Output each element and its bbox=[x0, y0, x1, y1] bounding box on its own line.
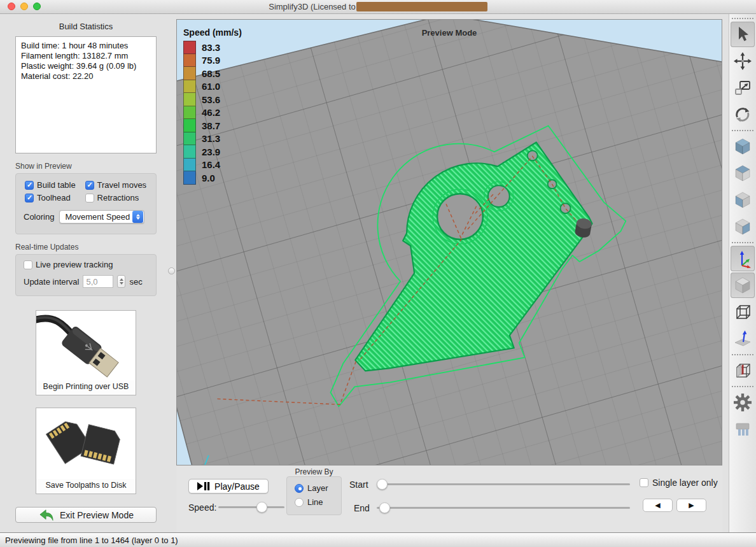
end-slider[interactable] bbox=[377, 502, 630, 513]
select-tool-button[interactable] bbox=[731, 22, 755, 47]
preview-by-layer-radio[interactable]: Layer bbox=[295, 483, 341, 493]
exit-preview-mode-button[interactable]: Exit Preview Mode bbox=[15, 507, 157, 523]
checkbox-icon bbox=[25, 181, 34, 190]
update-interval-label: Update interval bbox=[24, 277, 79, 287]
front-view-cube-icon bbox=[733, 190, 752, 210]
splitter-handle-icon[interactable] bbox=[168, 267, 175, 274]
close-window-button[interactable] bbox=[8, 3, 15, 10]
live-preview-tracking-checkbox[interactable]: Live preview tracking bbox=[24, 260, 148, 269]
right-toolbar bbox=[722, 14, 756, 532]
build-stat-line: Build time: 1 hour 48 minutes bbox=[21, 41, 151, 51]
update-interval-stepper[interactable] bbox=[117, 275, 125, 288]
window-controls bbox=[8, 3, 41, 10]
window-title: Simplify3D (Licensed to bbox=[269, 2, 487, 11]
legend-swatch bbox=[183, 80, 196, 94]
solid-view-button[interactable] bbox=[731, 273, 755, 298]
build-stat-line: Filament length: 13182.7 mm bbox=[21, 51, 151, 61]
orient-normal-button[interactable] bbox=[731, 326, 755, 352]
usb-cable-image bbox=[36, 311, 136, 380]
side-view-cube-icon bbox=[733, 217, 752, 236]
show-in-preview-label: Show in Preview bbox=[15, 162, 157, 171]
legend-value: 83.3 bbox=[202, 42, 220, 53]
begin-printing-usb-button[interactable]: Begin Printing over USB bbox=[36, 310, 136, 395]
toolbar-divider bbox=[732, 242, 753, 243]
save-toolpaths-button[interactable]: Save Toolpaths to Disk bbox=[36, 408, 136, 494]
legend-entry: 61.0 bbox=[183, 80, 242, 94]
surface-normal-icon bbox=[733, 329, 752, 348]
legend-entry: 16.4 bbox=[183, 159, 242, 172]
next-layer-button[interactable]: ▶ bbox=[676, 499, 706, 512]
show-in-preview-group: Build tableTravel movesToolheadRetractio… bbox=[15, 173, 157, 234]
axes-toggle-button[interactable] bbox=[731, 246, 755, 271]
checkbox-retractions[interactable]: Retractions bbox=[85, 193, 148, 202]
cross-section-button[interactable] bbox=[731, 358, 755, 383]
legend-entry: 83.3 bbox=[183, 41, 242, 54]
move-tool-button[interactable] bbox=[731, 48, 755, 74]
cross-section-cube-icon bbox=[733, 361, 752, 380]
view-iso-button[interactable] bbox=[731, 134, 755, 159]
minimize-window-button[interactable] bbox=[20, 3, 28, 10]
end-slider-track[interactable] bbox=[377, 507, 630, 509]
checkbox-icon bbox=[85, 194, 94, 202]
legend-swatch bbox=[183, 171, 196, 185]
preview-viewport[interactable]: Preview Mode Speed (mm/s) 83.375.968.561… bbox=[176, 19, 722, 465]
model-hole-large bbox=[437, 194, 483, 239]
prev-arrow-icon: ◀ bbox=[655, 501, 660, 509]
checkbox-toolhead[interactable]: Toolhead bbox=[25, 193, 78, 202]
update-interval-field[interactable]: 5,0 bbox=[83, 275, 113, 288]
speed-slider[interactable] bbox=[218, 502, 284, 513]
support-structures-button[interactable] bbox=[731, 416, 755, 442]
legend-value: 23.9 bbox=[202, 146, 220, 157]
top-view-cube-icon bbox=[733, 164, 752, 183]
checkbox-build-table[interactable]: Build table bbox=[25, 180, 78, 190]
speed-legend: Speed (mm/s) 83.375.968.561.053.646.238.… bbox=[183, 27, 242, 185]
legend-swatch bbox=[183, 119, 196, 132]
view-side-button[interactable] bbox=[731, 214, 755, 239]
3d-scene[interactable] bbox=[177, 20, 722, 465]
wireframe-view-button[interactable] bbox=[731, 299, 755, 325]
coloring-dropdown-value: Movement Speed bbox=[65, 212, 130, 222]
view-top-button[interactable] bbox=[731, 160, 755, 186]
scale-tool-button[interactable] bbox=[731, 75, 755, 101]
zoom-window-button[interactable] bbox=[33, 3, 41, 10]
wireframe-cube-icon bbox=[733, 302, 752, 322]
legend-value: 38.7 bbox=[202, 120, 220, 131]
rotate-tool-button[interactable] bbox=[731, 102, 755, 127]
end-label: End bbox=[354, 503, 370, 513]
single-layer-label: Single layer only bbox=[652, 478, 718, 488]
status-bar: Previewing file from line 1 to 1464 (lay… bbox=[0, 532, 756, 547]
single-layer-checkbox[interactable]: Single layer only bbox=[640, 478, 718, 488]
speed-slider-thumb[interactable] bbox=[256, 502, 267, 513]
settings-button[interactable] bbox=[731, 390, 755, 415]
start-slider[interactable] bbox=[377, 479, 630, 490]
coloring-dropdown[interactable]: Movement Speed bbox=[59, 210, 144, 224]
legend-value: 16.4 bbox=[202, 159, 220, 170]
previous-layer-button[interactable]: ◀ bbox=[643, 499, 673, 512]
start-slider-track[interactable] bbox=[377, 483, 630, 485]
speed-slider-track[interactable] bbox=[218, 506, 284, 508]
legend-swatch bbox=[183, 106, 196, 120]
toolbar-divider bbox=[732, 130, 753, 131]
legend-value: 61.0 bbox=[202, 81, 220, 92]
line-radio-label: Line bbox=[307, 497, 323, 507]
preview-mode-label: Preview Mode bbox=[177, 28, 722, 38]
build-statistics-title: Build Statistics bbox=[15, 22, 157, 31]
end-slider-thumb[interactable] bbox=[379, 502, 390, 513]
play-pause-label: Play/Pause bbox=[214, 481, 260, 492]
usb-button-caption: Begin Printing over USB bbox=[36, 382, 136, 395]
dropdown-arrows-icon bbox=[132, 211, 143, 223]
legend-entry: 31.3 bbox=[183, 132, 242, 146]
legend-entry: 23.9 bbox=[183, 145, 242, 159]
checkbox-travel-moves[interactable]: Travel moves bbox=[85, 180, 148, 190]
radio-icon bbox=[295, 484, 304, 493]
preview-by-line-radio[interactable]: Line bbox=[295, 497, 341, 507]
start-slider-thumb[interactable] bbox=[377, 479, 388, 490]
legend-entry: 38.7 bbox=[183, 119, 242, 132]
play-pause-button[interactable]: Play/Pause bbox=[188, 479, 269, 494]
legend-entry: 75.9 bbox=[183, 54, 242, 67]
realtime-updates-group: Live preview tracking Update interval 5,… bbox=[15, 254, 157, 296]
move-arrows-icon bbox=[733, 52, 752, 71]
sidebar-splitter[interactable] bbox=[167, 14, 176, 532]
model-hole-small-3 bbox=[561, 203, 571, 213]
view-front-button[interactable] bbox=[731, 187, 755, 213]
